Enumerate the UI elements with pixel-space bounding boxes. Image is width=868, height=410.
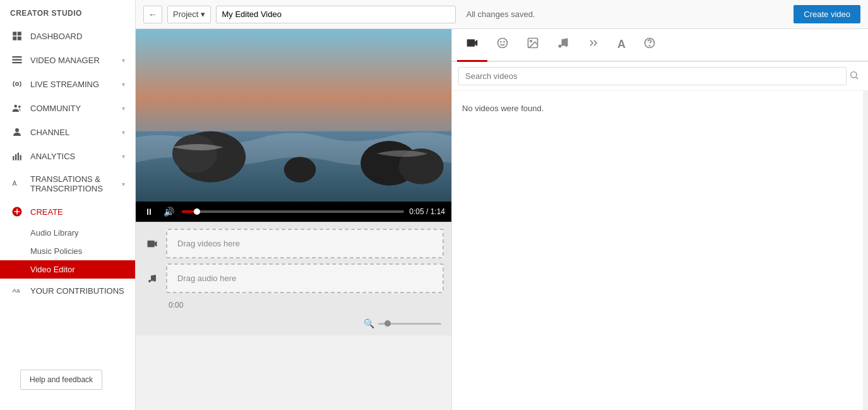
video-preview bbox=[136, 29, 451, 202]
svg-rect-12 bbox=[15, 154, 16, 160]
saved-status: All changes saved. bbox=[461, 9, 788, 19]
svg-rect-13 bbox=[18, 153, 19, 160]
svg-point-42 bbox=[851, 72, 857, 78]
chevron-down-icon: ▾ bbox=[122, 57, 125, 64]
sidebar-item-live-streaming-label: LIVE STREAMING bbox=[30, 80, 122, 89]
svg-point-39 bbox=[565, 44, 568, 47]
progress-bar[interactable] bbox=[182, 210, 404, 213]
total-time: 1:14 bbox=[431, 207, 445, 216]
sidebar-item-translations[interactable]: A TRANSLATIONS & TRANSCRIPTIONS ▾ bbox=[0, 168, 135, 200]
sidebar-item-community-label: COMMUNITY bbox=[30, 104, 122, 113]
help-feedback-button[interactable]: Help and feedback bbox=[20, 370, 102, 390]
zoom-bar: 🔍 bbox=[136, 315, 451, 332]
timeline: Drag videos here Drag audio here 0:00 🔍 bbox=[136, 222, 451, 335]
volume-button[interactable]: 🔊 bbox=[161, 205, 177, 218]
project-dropdown[interactable]: Project ▾ bbox=[167, 6, 211, 23]
zoom-thumb bbox=[384, 320, 391, 327]
zoom-icon: 🔍 bbox=[364, 318, 374, 329]
app-title: CREATOR STUDIO bbox=[0, 0, 135, 24]
svg-marker-28 bbox=[155, 241, 157, 246]
sidebar-sub-audio-library[interactable]: Audio Library bbox=[0, 224, 135, 242]
back-icon: ← bbox=[148, 9, 157, 20]
sidebar-item-dashboard[interactable]: DASHBOARD bbox=[0, 24, 135, 48]
chevron-down-icon: ▾ bbox=[122, 181, 125, 188]
video-drop-row: Drag videos here bbox=[136, 229, 451, 258]
sidebar-item-community[interactable]: COMMUNITY ▾ bbox=[0, 96, 135, 120]
sidebar-sub-video-editor[interactable]: Video Editor bbox=[0, 260, 135, 279]
chevron-down-icon: ▾ bbox=[122, 129, 125, 136]
sidebar-item-analytics[interactable]: ANALYTICS ▾ bbox=[0, 144, 135, 168]
video-manager-icon bbox=[10, 54, 24, 66]
video-section: ⏸ 🔊 0:05 / 1:14 bbox=[136, 29, 451, 222]
audio-drop-row: Drag audio here bbox=[136, 263, 451, 293]
svg-point-38 bbox=[559, 45, 562, 48]
svg-point-8 bbox=[15, 105, 18, 108]
search-input[interactable] bbox=[458, 67, 847, 85]
sidebar-item-translations-label: TRANSLATIONS & TRANSCRIPTIONS bbox=[30, 174, 122, 193]
audio-drop-icon bbox=[143, 274, 161, 284]
tab-video[interactable] bbox=[457, 29, 487, 62]
analytics-icon bbox=[10, 150, 24, 162]
zoom-slider[interactable] bbox=[378, 323, 441, 325]
svg-marker-32 bbox=[475, 40, 477, 46]
sidebar-item-video-manager[interactable]: VIDEO MANAGER ▾ bbox=[0, 48, 135, 72]
sidebar-item-contributions-label: YOUR CONTRIBUTIONS bbox=[30, 286, 125, 296]
no-results-message: No videos were found. bbox=[452, 91, 868, 126]
svg-text:Aa: Aa bbox=[13, 287, 21, 294]
svg-point-23 bbox=[172, 135, 217, 173]
tab-transition[interactable] bbox=[578, 29, 609, 62]
right-panel: A No videos were found. bbox=[451, 29, 868, 410]
svg-point-30 bbox=[153, 279, 156, 281]
sidebar-item-video-manager-label: VIDEO MANAGER bbox=[30, 56, 122, 65]
sidebar-item-analytics-label: ANALYTICS bbox=[30, 152, 122, 161]
channel-icon bbox=[10, 126, 24, 138]
search-bar bbox=[452, 62, 868, 91]
sidebar-item-create-label: CREATE bbox=[30, 207, 125, 217]
create-video-button[interactable]: Create video bbox=[794, 5, 860, 23]
sidebar-sub-music-policies[interactable]: Music Policies bbox=[0, 242, 135, 260]
live-streaming-icon bbox=[10, 78, 24, 90]
pause-button[interactable]: ⏸ bbox=[142, 205, 156, 218]
panel-scroll-area: No videos were found. bbox=[452, 91, 868, 410]
main-content: ← Project ▾ All changes saved. Create vi… bbox=[136, 0, 868, 410]
progress-thumb bbox=[194, 208, 200, 215]
search-button[interactable] bbox=[847, 68, 862, 85]
svg-rect-31 bbox=[467, 39, 475, 47]
tab-help[interactable] bbox=[634, 29, 665, 62]
svg-rect-6 bbox=[13, 62, 22, 63]
chevron-down-icon: ▾ bbox=[122, 81, 125, 88]
svg-rect-2 bbox=[13, 37, 16, 40]
sidebar-item-channel[interactable]: CHANNEL ▾ bbox=[0, 120, 135, 144]
panel-tabs: A bbox=[452, 29, 868, 62]
back-button[interactable]: ← bbox=[143, 6, 162, 23]
svg-rect-5 bbox=[13, 59, 22, 61]
svg-text:A: A bbox=[13, 179, 17, 187]
video-controls: ⏸ 🔊 0:05 / 1:14 bbox=[136, 202, 451, 222]
sidebar-item-live-streaming[interactable]: LIVE STREAMING ▾ bbox=[0, 72, 135, 96]
svg-rect-18 bbox=[15, 211, 20, 212]
tab-music[interactable] bbox=[548, 29, 578, 62]
tab-emoji[interactable] bbox=[487, 29, 518, 62]
community-icon bbox=[10, 102, 24, 114]
svg-rect-14 bbox=[20, 155, 21, 160]
tab-text[interactable]: A bbox=[609, 32, 634, 59]
sidebar-item-create[interactable]: CREATE bbox=[0, 200, 135, 224]
time-display: 0:05 / 1:14 bbox=[409, 207, 445, 216]
chevron-down-icon: ▾ bbox=[122, 105, 125, 112]
video-drop-icon bbox=[143, 238, 161, 250]
svg-point-26 bbox=[284, 157, 316, 182]
video-drop-zone[interactable]: Drag videos here bbox=[166, 229, 444, 258]
tab-photo[interactable] bbox=[518, 29, 548, 62]
panel-scrollbar[interactable] bbox=[863, 91, 868, 410]
project-name-input[interactable] bbox=[216, 6, 456, 23]
project-label: Project bbox=[173, 9, 198, 19]
svg-point-7 bbox=[16, 83, 19, 86]
current-time: 0:05 bbox=[409, 207, 424, 216]
chevron-down-icon: ▾ bbox=[122, 153, 125, 160]
svg-rect-1 bbox=[18, 32, 21, 35]
svg-point-10 bbox=[15, 128, 19, 132]
audio-drop-zone[interactable]: Drag audio here bbox=[166, 263, 444, 293]
topbar: ← Project ▾ All changes saved. Create vi… bbox=[136, 0, 868, 29]
svg-point-9 bbox=[18, 106, 21, 108]
sidebar-item-contributions[interactable]: Aa YOUR CONTRIBUTIONS bbox=[0, 279, 135, 303]
